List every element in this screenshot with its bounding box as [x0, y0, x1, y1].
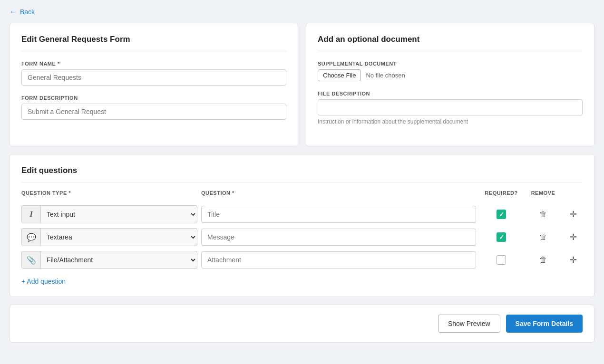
qtype-select-3[interactable]: Text input Textarea File/Attachment [41, 253, 197, 267]
file-description-input[interactable] [318, 99, 583, 115]
qtype-select-2[interactable]: Text input Textarea File/Attachment [41, 230, 197, 244]
remove-cell-2: 🗑 [526, 233, 560, 241]
back-arrow-icon: ← [10, 8, 17, 16]
col-header-question: QUESTION * [201, 190, 476, 196]
supplemental-doc-field: SUPPLEMENTAL DOCUMENT Choose File No fil… [318, 61, 583, 81]
save-form-button[interactable]: Save Form Details [506, 315, 583, 333]
file-hint: Instruction or information about the sup… [318, 118, 583, 125]
required-checkbox-2[interactable] [497, 232, 506, 242]
qtype-icon-2: 💬 [22, 229, 41, 246]
qtype-wrapper-1: I Text input Textarea File/Attachment [21, 205, 197, 223]
drag-icon-2[interactable]: ✛ [570, 232, 577, 242]
left-card-title: Edit General Requests Form [21, 35, 286, 51]
question-row-1: I Text input Textarea File/Attachment 🗑 … [21, 205, 583, 223]
required-cell-1 [480, 210, 523, 219]
form-name-field: FORM NAME * [21, 61, 286, 86]
drag-cell-3: ✛ [564, 255, 583, 265]
questions-card: Edit questions QUESTION TYPE * QUESTION … [10, 154, 594, 297]
form-description-field: FORM DESCRIPTION [21, 95, 286, 120]
required-checkbox-1[interactable] [497, 210, 506, 219]
file-description-field: FILE DESCRIPTION Instruction or informat… [318, 91, 583, 125]
required-cell-3 [480, 255, 523, 265]
col-header-remove: REMOVE [526, 190, 560, 196]
file-row: Choose File No file chosen [318, 69, 583, 81]
right-card-title: Add an optional document [318, 35, 583, 51]
back-link[interactable]: ← Back [10, 8, 35, 16]
drag-icon-3[interactable]: ✛ [570, 255, 577, 265]
show-preview-button[interactable]: Show Preview [438, 315, 500, 333]
drag-cell-1: ✛ [564, 209, 583, 220]
supplemental-label: SUPPLEMENTAL DOCUMENT [318, 61, 583, 67]
col-header-required: REQUIRED? [480, 190, 523, 196]
question-row-3: 📎 Text input Textarea File/Attachment 🗑 … [21, 251, 583, 269]
back-label: Back [20, 8, 35, 16]
qtype-icon-3: 📎 [22, 251, 41, 268]
col-header-qtype: QUESTION TYPE * [21, 190, 197, 196]
question-input-2[interactable] [201, 229, 476, 246]
drag-cell-2: ✛ [564, 232, 583, 242]
required-checkbox-3[interactable] [497, 255, 506, 265]
qtype-select-1[interactable]: Text input Textarea File/Attachment [41, 207, 197, 221]
remove-cell-1: 🗑 [526, 210, 560, 219]
form-name-input[interactable] [21, 69, 286, 86]
questions-col-headers: QUESTION TYPE * QUESTION * REQUIRED? REM… [21, 190, 583, 200]
trash-icon-1[interactable]: 🗑 [539, 210, 547, 219]
trash-icon-3[interactable]: 🗑 [539, 256, 547, 264]
add-question-button[interactable]: + Add question [21, 278, 66, 285]
form-description-label: FORM DESCRIPTION [21, 95, 286, 101]
qtype-wrapper-3: 📎 Text input Textarea File/Attachment [21, 251, 197, 269]
form-name-label: FORM NAME * [21, 61, 286, 67]
remove-cell-3: 🗑 [526, 256, 560, 264]
question-row-2: 💬 Text input Textarea File/Attachment 🗑 … [21, 228, 583, 246]
no-file-text: No file chosen [366, 72, 405, 79]
required-cell-2 [480, 232, 523, 242]
qtype-wrapper-2: 💬 Text input Textarea File/Attachment [21, 228, 197, 246]
question-input-1[interactable] [201, 206, 476, 223]
questions-title: Edit questions [21, 166, 583, 182]
trash-icon-2[interactable]: 🗑 [539, 233, 547, 241]
file-description-label: FILE DESCRIPTION [318, 91, 583, 96]
right-card: Add an optional document SUPPLEMENTAL DO… [306, 23, 594, 146]
footer: Show Preview Save Form Details [10, 305, 594, 343]
qtype-icon-1: I [22, 206, 41, 223]
form-description-input[interactable] [21, 104, 286, 120]
question-input-3[interactable] [201, 251, 476, 268]
left-card: Edit General Requests Form FORM NAME * F… [10, 23, 298, 146]
choose-file-button[interactable]: Choose File [318, 69, 361, 81]
drag-icon-1[interactable]: ✛ [570, 209, 577, 220]
